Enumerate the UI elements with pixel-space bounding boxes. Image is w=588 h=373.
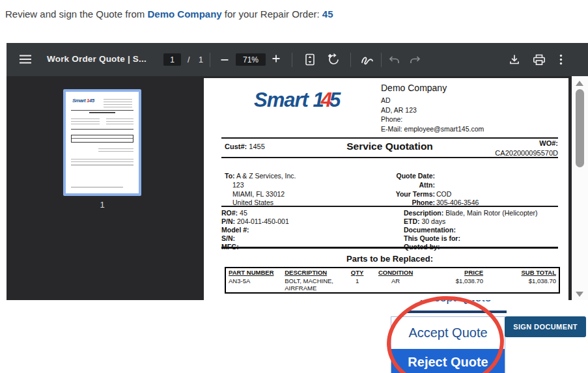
toolbar-divider: [350, 53, 351, 67]
annotate-button[interactable]: [360, 54, 376, 66]
detail-row: Model #:: [221, 226, 251, 234]
col-qty: QTY: [343, 268, 372, 277]
divider: [221, 157, 558, 158]
field-value: [435, 181, 436, 189]
field-value: 30 days: [422, 217, 446, 225]
detail-row: Description:Blade, Main Rotor (Helicopte…: [404, 209, 538, 217]
field-label: Description:: [404, 209, 443, 217]
to-label: To:: [225, 172, 235, 180]
kebab-icon: [559, 54, 563, 65]
document-title: Work Order Quote | S...: [47, 54, 147, 64]
menu-button[interactable]: [20, 55, 31, 64]
col-condition: CONDITION: [372, 268, 419, 277]
quote-info-row: Quote Date:: [337, 172, 555, 180]
col-part-number: PART NUMBER: [225, 268, 282, 277]
fit-page-button[interactable]: [305, 53, 315, 66]
company-name: Demo Company: [381, 82, 484, 94]
quote-info-row: Attn:: [337, 181, 555, 189]
field-value: 45: [240, 209, 247, 217]
company-phone: Phone:: [381, 115, 484, 124]
detail-row: This Quote is for:: [404, 234, 462, 242]
option-reject-quote[interactable]: Reject Quote: [391, 349, 505, 373]
hamburger-icon: [20, 55, 31, 64]
cell-description: BOLT, MACHINE, AIRFRAME: [282, 277, 342, 293]
parts-title: Parts to be Replaced:: [221, 254, 558, 264]
col-price: PRICE: [419, 268, 486, 277]
zoom-out-button[interactable]: [220, 56, 229, 64]
download-button[interactable]: [509, 54, 520, 65]
bill-to-block: To: A & Z Services, Inc. 123 MIAMI, FL 3…: [225, 172, 296, 208]
field-label: Attn:: [337, 181, 435, 189]
option-accept-quote[interactable]: Accept Quote: [391, 317, 505, 349]
col-sub-total: SUB TOTAL: [486, 268, 559, 277]
thumbnail-content: [106, 117, 133, 126]
wo-value: CA202000095570D: [495, 149, 558, 157]
thumbnail-content: [71, 157, 133, 162]
cell-condition: AR: [372, 277, 419, 293]
to-address: 123: [225, 181, 296, 190]
pdf-viewer: Work Order Quote | S... 1 / 1 71%: [7, 43, 588, 300]
vertical-scrollbar[interactable]: [572, 76, 588, 300]
field-value: 204-011-450-001: [237, 217, 289, 225]
quote-decision-dropdown: Accept Quote Reject Quote: [391, 316, 505, 373]
logo-word: Smart: [254, 89, 308, 111]
thumbnail-content: [71, 129, 133, 130]
redo-icon: [409, 55, 421, 64]
to-address: MIAMI, FL 33012: [225, 190, 296, 199]
toolbar-divider: [210, 53, 210, 67]
rotate-button[interactable]: [327, 53, 341, 66]
field-label: RO#:: [221, 209, 238, 217]
scroll-down-arrow-icon[interactable]: [576, 292, 583, 297]
cell-price: $1,038.70: [419, 277, 486, 293]
parts-table-header-row: PART NUMBER DESCRIPTION QTY CONDITION PR…: [225, 268, 559, 277]
sign-document-button[interactable]: SIGN DOCUMENT: [505, 316, 586, 337]
ink-squiggle-icon: [360, 54, 376, 66]
plus-icon: [272, 54, 281, 63]
review-note: Review and sign the Quote from Demo Comp…: [5, 8, 333, 20]
thumbnail-content: [89, 112, 115, 113]
cell-sub-total: $1,038.70: [486, 277, 559, 293]
note-prefix: Review and sign the Quote from: [5, 8, 147, 20]
page-number-input[interactable]: 1: [163, 53, 181, 66]
download-icon: [509, 54, 520, 65]
field-label: S/N:: [221, 234, 235, 242]
col-description: DESCRIPTION: [282, 268, 342, 277]
field-value: [435, 172, 436, 180]
page-thumbnail[interactable]: Smart 145: [63, 89, 141, 196]
detail-row: S/N:: [221, 234, 237, 242]
viewer-body: Smart 145 1 Smart 145 Demo Company: [7, 76, 588, 300]
detail-row: Documentation:: [404, 226, 458, 234]
logo-digit: 5: [329, 89, 340, 111]
detail-row: P/N:204-011-450-001: [221, 217, 289, 225]
zoom-level[interactable]: 71%: [236, 53, 266, 66]
zoom-in-button[interactable]: [272, 54, 281, 63]
scrollbar-thumb[interactable]: [576, 89, 584, 167]
undo-button[interactable]: [388, 55, 400, 64]
thumbnail-content: [71, 117, 100, 126]
field-label: Model #:: [221, 226, 249, 234]
print-button[interactable]: [533, 54, 546, 66]
thumbnail-content: [71, 165, 133, 165]
field-label: Documentation:: [404, 226, 456, 234]
parts-table: PART NUMBER DESCRIPTION QTY CONDITION PR…: [225, 267, 560, 294]
toolbar-divider: [292, 53, 292, 67]
document-area: Smart 145 Demo Company AD AD, AR 123 Pho…: [199, 76, 572, 300]
fit-page-icon: [305, 53, 315, 66]
undo-icon: [388, 55, 400, 64]
redo-button[interactable]: [409, 55, 421, 64]
page: { "note": { "prefix": "Review and sign t…: [0, 0, 588, 373]
wo-label: WO#:: [539, 139, 558, 147]
scroll-up-arrow-icon[interactable]: [576, 81, 583, 86]
more-options-button[interactable]: [559, 54, 563, 65]
field-label: This Quote is for:: [404, 234, 460, 242]
divider: [221, 247, 558, 249]
thumbnail-panel: Smart 145 1: [7, 76, 199, 300]
cell-qty: 1: [343, 277, 372, 293]
minus-icon: [220, 56, 229, 64]
field-label: P/N:: [221, 217, 235, 225]
smart145-logo: Smart 145: [254, 89, 340, 112]
company-address: AD: [381, 96, 484, 105]
viewer-toolbar: Work Order Quote | S... 1 / 1 71%: [7, 43, 588, 76]
note-order-number: 45: [322, 8, 333, 20]
thumbnail-page-number: 1: [63, 200, 141, 210]
